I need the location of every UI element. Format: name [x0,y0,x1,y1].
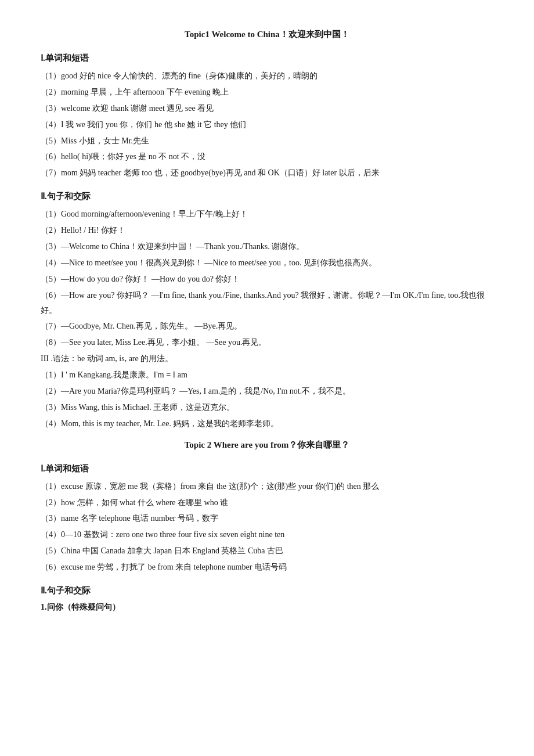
section1-title: Ⅰ.单词和短语 [41,53,493,64]
section2-line3: （3）—Welcome to China！欢迎来到中国！ —Thank you.… [41,239,493,254]
section2-line7: （7）—Goodbye, Mr. Chen.再见，陈先生。 —Bye.再见。 [41,319,493,334]
t2-section1-line1: （1）excuse 原谅，宽恕 me 我（宾格）from 来自 the 这(那)… [41,479,493,494]
section1-line6: （6）hello( hi)喂；你好 yes 是 no 不 not 不，没 [41,149,493,164]
topic2-title: Topic 2 Where are you from？你来自哪里？ [41,440,493,451]
section1-line1: （1）good 好的 nice 令人愉快的、漂亮的 fine（身体)健康的，美好… [41,69,493,84]
topic2-section1-content: （1）excuse 原谅，宽恕 me 我（宾格）from 来自 the 这(那)… [41,479,493,575]
t2-section1-line6: （6）excuse me 劳驾，打扰了 be from 来自 telephone… [41,560,493,575]
section2-line10: （1）I ' m Kangkang.我是康康。I'm = I am [41,368,493,383]
t2-section1-line4: （4）0—10 基数词：zero one two three four five… [41,527,493,542]
section2-line4: （4）—Nice to meet/see you！很高兴见到你！ —Nice t… [41,255,493,271]
section2-content: （1）Good morning/afternoon/evening！早上/下午/… [41,207,493,431]
t2-section1-line2: （2）how 怎样，如何 what 什么 where 在哪里 who 谁 [41,495,493,510]
section2-line8: （8）—See you later, Miss Lee.再见，李小姐。 —See… [41,335,493,350]
section2-line6: （6）—How are you? 你好吗？ —I'm fine, thank y… [41,288,493,318]
section2-line2: （2）Hello! / Hi! 你好！ [41,223,493,238]
topic2-section1-title: Ⅰ.单词和短语 [41,463,493,474]
section1-line4: （4）I 我 we 我们 you 你，你们 he 他 she 她 it 它 th… [41,117,493,132]
section2-line1: （1）Good morning/afternoon/evening！早上/下午/… [41,207,493,222]
section1-line2: （2）morning 早晨，上午 afternoon 下午 evening 晚上 [41,85,493,100]
section1-line3: （3）welcome 欢迎 thank 谢谢 meet 遇见 see 看见 [41,101,493,116]
topic2-section2-title: Ⅱ.句子和交际 [41,585,493,596]
section1-line7: （7）mom 妈妈 teacher 老师 too 也，还 goodbye(bye… [41,165,493,181]
section2-line9: III .语法：be 动词 am, is, are 的用法。 [41,351,493,366]
section2-line11: （2）—Are you Maria?你是玛利亚吗？ —Yes, I am.是的，… [41,384,493,399]
topic2-section2-sub: 1.问你（特殊疑问句） [41,602,493,613]
page: Topic1 Welcome to China！欢迎来到中国！ Ⅰ.单词和短语 … [0,0,534,756]
section1-content: （1）good 好的 nice 令人愉快的、漂亮的 fine（身体)健康的，美好… [41,69,493,181]
section1-line5: （5）Miss 小姐，女士 Mr.先生 [41,134,493,149]
section2-line13: （4）Mom, this is my teacher, Mr. Lee. 妈妈，… [41,416,493,431]
section2-title: Ⅱ.句子和交际 [41,191,493,202]
section2-line12: （3）Miss Wang, this is Michael. 王老师，这是迈克尔… [41,400,493,415]
topic1-title: Topic1 Welcome to China！欢迎来到中国！ [41,29,493,40]
t2-section1-line3: （3）name 名字 telephone 电话 number 号码，数字 [41,511,493,526]
t2-section1-line5: （5）China 中国 Canada 加拿大 Japan 日本 England … [41,543,493,559]
section2-line5: （5）—How do you do? 你好！ —How do you do? 你… [41,272,493,287]
